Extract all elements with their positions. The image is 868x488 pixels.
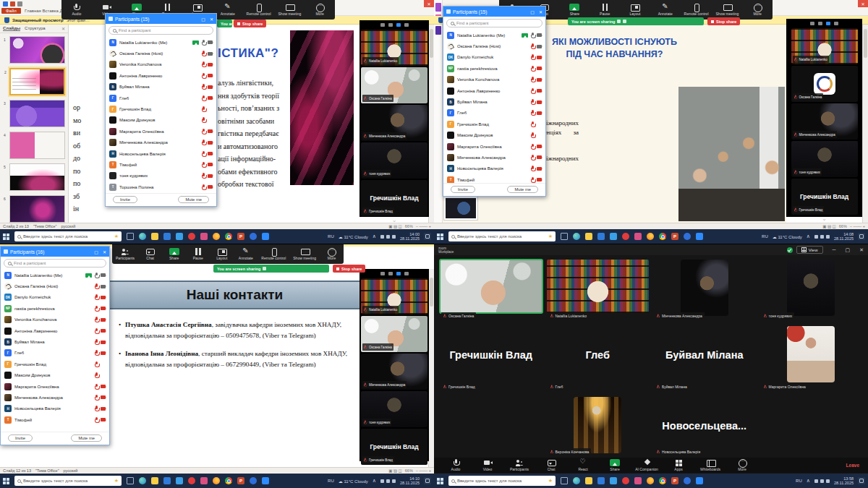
start-button[interactable]	[437, 234, 443, 240]
toolbar-button[interactable]: Audio	[61, 0, 92, 20]
invite-button[interactable]: Invite	[8, 435, 33, 442]
mic-icon[interactable]	[202, 95, 205, 101]
mic-icon[interactable]	[531, 99, 535, 105]
camera-icon[interactable]	[208, 152, 213, 155]
search-input[interactable]: Find a participant	[109, 26, 213, 35]
taskbar-app-icon[interactable]	[213, 233, 220, 240]
maximize-icon[interactable]: ▢	[530, 9, 535, 14]
language-switcher[interactable]: RU	[328, 234, 334, 239]
toolbar-button[interactable]: Remote control	[258, 244, 289, 264]
minimize-icon[interactable]: ─	[833, 247, 836, 252]
video-tile[interactable]: Мінченкова Александра	[361, 354, 427, 390]
participant-row[interactable]: Максим Дринуков	[106, 115, 216, 126]
mic-icon[interactable]	[95, 395, 98, 401]
participant-row[interactable]: Veronika Konchanova	[443, 74, 545, 85]
toolbar-button[interactable]: Layout	[210, 244, 234, 264]
mic-icon[interactable]	[202, 51, 205, 56]
participant-row[interactable]: N Natallia Lukianenko (Me)	[443, 30, 545, 40]
toolbar-button[interactable]: Chat	[535, 459, 567, 471]
close-icon[interactable]: ✕	[210, 17, 213, 22]
taskbar-app-icon[interactable]	[176, 477, 183, 484]
camera-icon[interactable]	[537, 67, 542, 70]
taskbar-app-icon[interactable]	[200, 233, 208, 240]
view-buttons[interactable]: ▣ ▤ ◫	[822, 224, 836, 228]
taskbar-app-icon[interactable]	[250, 233, 257, 240]
taskbar-app-icon[interactable]	[213, 477, 220, 484]
camera-icon[interactable]	[537, 45, 542, 48]
toolbar-button[interactable]: More	[742, 0, 773, 20]
notification-center-icon[interactable]	[858, 233, 865, 240]
video-tile[interactable]: Оксана Галкіна	[361, 67, 427, 103]
task-view-button[interactable]	[127, 477, 134, 484]
taskbar-search-input[interactable]: Введите здесь текст для поиска★	[14, 476, 122, 486]
taskbar-app-icon[interactable]	[610, 477, 617, 484]
taskbar-app-icon[interactable]	[659, 477, 666, 484]
video-tile[interactable]: Natallia Lukianenko	[791, 28, 858, 64]
toolbar-button[interactable]: More	[726, 459, 758, 471]
mic-icon[interactable]	[202, 140, 205, 145]
invite-button[interactable]: Invite	[451, 186, 475, 193]
video-tile[interactable]: Гречишкін Влад Гречишкін Влад	[361, 180, 427, 216]
participant-row[interactable]: N Natallia Lukianenko (Me)	[106, 37, 216, 48]
participant-row[interactable]: Н Новосельцева Валерія	[106, 148, 216, 159]
mic-icon[interactable]	[531, 54, 535, 60]
participant-row[interactable]: Антоніна Лавриненко	[443, 85, 545, 96]
participant-row[interactable]: Н Новосельцева Валерія	[1, 403, 109, 414]
taskbar-search-input[interactable]: Введите здесь текст для поиска★	[448, 476, 556, 486]
toolbar-button[interactable]: Share	[162, 244, 186, 264]
tray-icons[interactable]	[380, 235, 396, 239]
participant-row[interactable]: Оксана Галкіна (Host)	[106, 48, 216, 59]
camera-icon[interactable]	[537, 78, 542, 82]
participant-row[interactable]: Т Тімофей	[443, 174, 545, 183]
slide-thumbnail[interactable]: 5	[9, 163, 65, 191]
camera-icon[interactable]	[537, 178, 542, 181]
mic-icon[interactable]	[531, 110, 535, 116]
toolbar-button[interactable]: Annotate	[213, 0, 243, 20]
mic-icon[interactable]	[95, 406, 98, 411]
start-button[interactable]	[3, 234, 9, 240]
tray-expand-icon[interactable]: ∧	[807, 234, 810, 239]
mic-icon[interactable]	[531, 121, 535, 127]
tray-expand-icon[interactable]: ∧	[373, 478, 376, 484]
search-input[interactable]: Find a participant	[4, 259, 106, 267]
slide-thumbnail[interactable]: 2	[9, 68, 65, 95]
taskbar-app-icon[interactable]	[696, 233, 703, 240]
scrollbar[interactable]	[862, 20, 868, 223]
filmstrip-controls[interactable]	[788, 20, 861, 27]
mic-icon[interactable]	[95, 417, 98, 423]
mic-icon[interactable]	[95, 273, 98, 278]
view-buttons[interactable]: ▣ ▤ ◫	[388, 224, 402, 228]
video-tile[interactable]: тоня кудрявих	[791, 141, 858, 177]
mic-icon[interactable]	[531, 43, 535, 49]
taskbar-app-icon[interactable]	[659, 233, 666, 240]
toolbar-button[interactable]: Apps	[663, 459, 694, 471]
toolbar-button[interactable]: Chat	[138, 244, 162, 264]
participant-row[interactable]: Veronika Konchanova	[106, 59, 216, 70]
close-icon[interactable]: ✕	[103, 249, 106, 254]
gallery-cell[interactable]: Буйвал Мілана Буйвал Мілана	[652, 323, 757, 393]
leave-button[interactable]: Leave	[846, 463, 862, 468]
taskbar-app-icon[interactable]	[573, 477, 580, 484]
clock[interactable]: 14:0828.11.2025	[834, 232, 854, 241]
close-icon[interactable]: ✕	[858, 0, 868, 7]
participant-row[interactable]: Г Гречишкін Влад	[1, 359, 109, 369]
camera-icon[interactable]	[208, 63, 213, 67]
camera-icon[interactable]	[208, 174, 213, 178]
mic-icon[interactable]	[202, 61, 205, 67]
taskbar-app-icon[interactable]	[585, 233, 592, 240]
mic-icon[interactable]	[531, 177, 535, 183]
toolbar-button[interactable]: React	[567, 459, 599, 471]
toolbar-button[interactable]: Layout	[620, 0, 650, 20]
taskbar-app-icon[interactable]	[188, 233, 195, 240]
camera-icon[interactable]	[537, 122, 542, 126]
toolbar-button[interactable]: Share	[560, 0, 590, 20]
mic-icon[interactable]	[95, 317, 98, 322]
camera-icon[interactable]	[208, 129, 213, 133]
zoom-slider[interactable]: − ─── +	[850, 224, 865, 228]
gallery-cell[interactable]: Глеб Глеб	[545, 323, 651, 393]
taskbar-app-icon[interactable]	[225, 233, 232, 240]
gallery-cell[interactable]: Маргарита Олексіївна	[759, 323, 864, 393]
taskbar-search-input[interactable]: Введите здесь текст для поиска★	[14, 231, 122, 241]
camera-icon[interactable]	[537, 134, 542, 137]
camera-icon[interactable]	[101, 285, 106, 288]
